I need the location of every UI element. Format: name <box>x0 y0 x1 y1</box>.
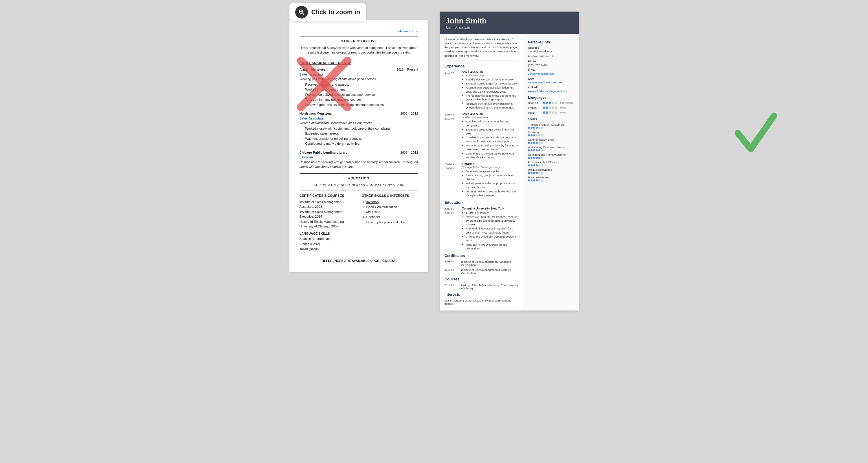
list-item: Exceeded sales target for the year by 25… <box>466 82 519 85</box>
skill-dots <box>528 134 575 136</box>
dot <box>533 179 535 181</box>
zoom-badge[interactable]: Click to zoom in <box>289 3 366 22</box>
list-item: I like to play piano and hike <box>366 220 418 225</box>
right-date-edu: 2002-09 - 2006-05 <box>444 207 459 251</box>
svg-line-1 <box>302 13 304 15</box>
dot <box>538 172 540 174</box>
skill-dots <box>528 179 575 181</box>
dot <box>555 101 557 104</box>
dot <box>536 172 538 174</box>
course-row-0: 2017-01 History of Textile Manufacturing… <box>444 284 519 290</box>
skill-dots <box>528 142 575 144</box>
bottom-right-col: OTHER SKILLS & INTERESTS Inventory Good … <box>362 193 418 251</box>
language-dots <box>543 112 557 114</box>
dot <box>541 157 543 159</box>
list-item: Attained 78% customer satisfaction this … <box>466 86 519 93</box>
certs-title: CERTIFICATES & COURSES <box>300 193 356 198</box>
language-row: SpanishIntermediate <box>528 101 575 104</box>
job-block-nordstrom: Nordstrom Menswear Sales Associate 2008 … <box>300 111 418 146</box>
address-line2: Portland, ME, 04019 <box>528 55 575 58</box>
list-item: Helped parents select appropriate books … <box>466 181 519 189</box>
dot <box>541 142 543 144</box>
list-item: Exceeded sales targets. <box>305 131 418 136</box>
right-resume-document: John Smith Sales Associate Motivated and… <box>440 11 579 310</box>
skill-dots <box>528 164 575 166</box>
language-dots <box>543 101 557 104</box>
zoom-icon <box>295 6 308 19</box>
right-date-library: 2002-09 - 2006-05 <box>444 162 459 197</box>
cert-row-0: 2008-07 Institute of Sales Management As… <box>444 260 519 267</box>
left-resume-document: ohnsmith.com CAREER OBJECTIVE I'm a prof… <box>289 20 428 272</box>
language-name: French <box>528 106 541 110</box>
list-item: Managed to up-sell products by focusing … <box>466 144 519 151</box>
list-item: Focused on delivering excellent customer… <box>305 92 418 97</box>
skill-name: Product Knowledge <box>528 168 575 171</box>
contact-link[interactable]: ohnsmith.com <box>300 29 418 34</box>
dot <box>549 101 551 104</box>
dot <box>538 127 540 129</box>
company-nordstrom: Nordstrom Menswear Sales Associate <box>300 111 332 121</box>
courses-right-title: Courses <box>444 277 519 281</box>
list-item: Worked in sales department. <box>305 87 418 92</box>
language-dots <box>543 106 557 109</box>
dot <box>528 134 530 136</box>
personal-info-title: Personal Info <box>528 40 575 44</box>
list-item: Contributed to the company's newsletter … <box>466 152 519 159</box>
dot <box>536 127 538 129</box>
dot <box>533 142 535 144</box>
dot <box>552 101 554 104</box>
skill-dots <box>528 149 575 151</box>
skill-row: Brand Awareness <box>528 176 575 181</box>
bottom-divider <box>300 190 418 190</box>
job-block-armani: Armani Menswear Sales Associate 2012 – P… <box>300 67 418 107</box>
dot <box>528 157 530 159</box>
career-objective-text: I'm a professional Sales Associate with … <box>300 45 418 55</box>
dot <box>538 179 540 181</box>
zoom-label: Click to zoom in <box>311 8 360 16</box>
right-library-bullets: Dealt with the general public. Ran a rea… <box>466 169 519 197</box>
dot <box>536 142 538 144</box>
right-job-detail-library: Librarian Chicago Public Lending Library… <box>462 162 519 197</box>
company-library: Chicago Public Lending Library Librarian <box>300 150 348 160</box>
dot <box>541 127 543 129</box>
dot <box>543 112 545 114</box>
right-armani-bullets: Voted Sales Person of the Year in 2016. … <box>466 78 519 110</box>
language-name: Italian <box>528 111 541 114</box>
list-item: Was responsible for up-selling products. <box>305 136 418 141</box>
languages-container: SpanishIntermediateFrenchBasicItalianBas… <box>528 101 575 114</box>
dot <box>530 157 532 159</box>
skill-row: Inventory <box>528 130 575 136</box>
dot <box>538 157 540 159</box>
right-job-armani: 2012-06 Sales Associate Armani Menswear … <box>444 71 519 110</box>
email-link[interactable]: John@johnsmith.com <box>528 72 555 75</box>
references-line: REFERENCES ARE AVAILABLE UPON REQUEST <box>300 256 418 263</box>
linkedin-link[interactable]: www.linkedin.com/in/john-smith/ <box>528 89 567 93</box>
skill-row: Product Knowledge <box>528 168 575 174</box>
skill-item-0: Inventory <box>366 200 379 204</box>
www-link[interactable]: www.johnsmithwebsite.com <box>528 81 561 84</box>
right-resume-header: John Smith Sales Associate <box>440 11 579 34</box>
language-level: Intermediate <box>560 101 575 104</box>
list-item: Achieved great results in resolving cust… <box>305 102 418 107</box>
language-level: Basic <box>560 106 575 109</box>
exp-section-title: Experience <box>444 64 519 68</box>
list-item: Worked closely with customers, took care… <box>305 126 418 131</box>
right-date-armani: 2012-06 <box>444 71 459 110</box>
list-item: Learned how to catalogue books with the … <box>466 189 519 197</box>
dot <box>541 149 543 151</box>
cert-row-1: 2014-06 Institute of Sales Management Ex… <box>444 268 519 275</box>
list-item: Dealt with the general public. <box>466 169 519 173</box>
dot <box>543 106 545 109</box>
dot <box>528 164 530 166</box>
language-row: ItalianBasic <box>528 111 575 114</box>
dot <box>549 112 551 114</box>
dot <box>552 106 554 109</box>
edu-divider <box>300 173 418 174</box>
resume-subtitle: Sales Associate <box>446 26 573 30</box>
edu-section-title: Education <box>444 200 519 205</box>
dot <box>536 157 538 159</box>
lang-item-0: Spanish (Intermediate) <box>300 237 356 241</box>
dot <box>538 142 540 144</box>
resume-name: John Smith <box>446 17 573 25</box>
dot <box>530 142 532 144</box>
